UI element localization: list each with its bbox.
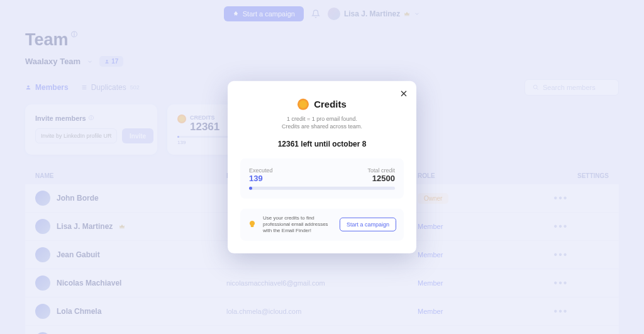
close-button[interactable] bbox=[399, 87, 409, 101]
close-icon bbox=[399, 88, 409, 98]
modal-subtitle: 1 credit = 1 pro email found. Credits ar… bbox=[240, 114, 404, 130]
sun-icon bbox=[297, 98, 309, 109]
modal-footer: Use your credits to find professional em… bbox=[240, 209, 404, 241]
start-campaign-button[interactable]: Start a campaign bbox=[340, 218, 396, 231]
modal-sub-line1: 1 credit = 1 pro email found. bbox=[240, 114, 404, 123]
modal-title: Credits bbox=[314, 99, 347, 109]
progress-bar bbox=[249, 187, 395, 190]
lightbulb-icon bbox=[248, 220, 257, 229]
modal-sub-line2: Credits are shared across team. bbox=[240, 123, 404, 131]
executed-value: 139 bbox=[249, 174, 273, 183]
footer-text: Use your credits to find professional em… bbox=[263, 215, 333, 235]
credits-stats: Executed 139 Total credit 12500 bbox=[240, 159, 404, 199]
total-label: Total credit bbox=[367, 167, 395, 174]
progress-fill bbox=[249, 187, 252, 190]
credits-modal: Credits 1 credit = 1 pro email found. Cr… bbox=[228, 81, 416, 253]
total-value: 12500 bbox=[367, 174, 395, 183]
credits-left-until: 12361 left until october 8 bbox=[240, 140, 404, 148]
executed-label: Executed bbox=[249, 167, 273, 174]
